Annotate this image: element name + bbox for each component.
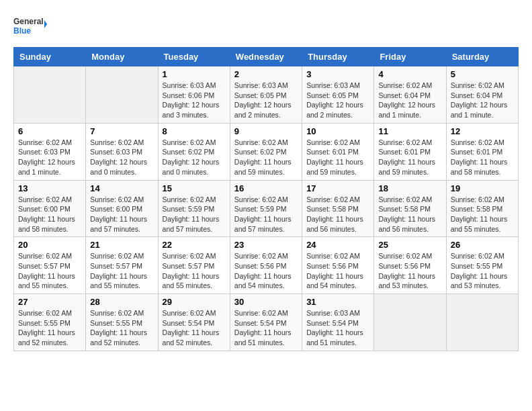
day-info: Sunrise: 6:02 AMSunset: 5:58 PMDaylight:… xyxy=(451,195,514,234)
logo: General Blue xyxy=(13,13,47,40)
day-number: 29 xyxy=(163,297,226,307)
day-cell-6: 6Sunrise: 6:02 AMSunset: 6:03 PMDaylight… xyxy=(14,123,86,180)
day-cell-21: 21Sunrise: 6:02 AMSunset: 5:57 PMDayligh… xyxy=(86,237,158,294)
day-cell-30: 30Sunrise: 6:02 AMSunset: 5:54 PMDayligh… xyxy=(230,294,302,351)
day-number: 11 xyxy=(378,126,441,136)
day-cell-4: 4Sunrise: 6:02 AMSunset: 6:04 PMDaylight… xyxy=(374,66,446,124)
day-cell-17: 17Sunrise: 6:02 AMSunset: 5:58 PMDayligh… xyxy=(302,180,374,237)
day-cell-5: 5Sunrise: 6:02 AMSunset: 6:04 PMDaylight… xyxy=(446,66,518,124)
day-number: 15 xyxy=(163,183,226,193)
day-number: 6 xyxy=(18,126,81,136)
day-number: 16 xyxy=(234,183,298,193)
day-info: Sunrise: 6:02 AMSunset: 5:54 PMDaylight:… xyxy=(234,308,298,348)
day-number: 21 xyxy=(90,240,153,250)
day-cell-10: 10Sunrise: 6:02 AMSunset: 6:01 PMDayligh… xyxy=(302,123,374,180)
day-info: Sunrise: 6:03 AMSunset: 6:06 PMDaylight:… xyxy=(163,81,226,120)
day-number: 14 xyxy=(90,183,153,193)
day-cell-28: 28Sunrise: 6:02 AMSunset: 5:55 PMDayligh… xyxy=(86,294,158,351)
day-cell-27: 27Sunrise: 6:02 AMSunset: 5:55 PMDayligh… xyxy=(14,294,86,351)
week-row-2: 6Sunrise: 6:02 AMSunset: 6:03 PMDaylight… xyxy=(14,123,519,180)
day-number: 4 xyxy=(378,69,441,79)
day-info: Sunrise: 6:02 AMSunset: 5:58 PMDaylight:… xyxy=(378,195,441,234)
day-info: Sunrise: 6:02 AMSunset: 5:54 PMDaylight:… xyxy=(163,308,226,348)
day-number: 9 xyxy=(234,126,298,136)
empty-cell xyxy=(14,66,86,124)
day-number: 31 xyxy=(306,297,369,307)
day-number: 17 xyxy=(306,183,369,193)
day-number: 2 xyxy=(234,69,298,79)
day-info: Sunrise: 6:02 AMSunset: 6:00 PMDaylight:… xyxy=(18,195,81,234)
week-row-3: 13Sunrise: 6:02 AMSunset: 6:00 PMDayligh… xyxy=(14,180,519,237)
day-number: 8 xyxy=(163,126,226,136)
day-info: Sunrise: 6:03 AMSunset: 6:05 PMDaylight:… xyxy=(234,81,298,120)
day-cell-13: 13Sunrise: 6:02 AMSunset: 6:00 PMDayligh… xyxy=(14,180,86,237)
day-cell-3: 3Sunrise: 6:03 AMSunset: 6:05 PMDaylight… xyxy=(302,66,374,124)
day-number: 27 xyxy=(18,297,81,307)
day-cell-22: 22Sunrise: 6:02 AMSunset: 5:57 PMDayligh… xyxy=(158,237,230,294)
weekday-header-row: SundayMondayTuesdayWednesdayThursdayFrid… xyxy=(14,48,519,66)
svg-text:General: General xyxy=(13,17,44,26)
day-cell-15: 15Sunrise: 6:02 AMSunset: 5:59 PMDayligh… xyxy=(158,180,230,237)
logo-svg: General Blue xyxy=(13,13,47,40)
day-cell-14: 14Sunrise: 6:02 AMSunset: 6:00 PMDayligh… xyxy=(86,180,158,237)
day-number: 22 xyxy=(163,240,226,250)
empty-cell xyxy=(374,294,446,351)
day-cell-7: 7Sunrise: 6:02 AMSunset: 6:03 PMDaylight… xyxy=(86,123,158,180)
day-cell-24: 24Sunrise: 6:02 AMSunset: 5:56 PMDayligh… xyxy=(302,237,374,294)
day-cell-31: 31Sunrise: 6:03 AMSunset: 5:54 PMDayligh… xyxy=(302,294,374,351)
day-info: Sunrise: 6:02 AMSunset: 5:55 PMDaylight:… xyxy=(18,308,81,348)
day-info: Sunrise: 6:02 AMSunset: 5:59 PMDaylight:… xyxy=(234,195,298,234)
empty-cell xyxy=(446,294,518,351)
day-number: 10 xyxy=(306,126,369,136)
day-info: Sunrise: 6:02 AMSunset: 6:04 PMDaylight:… xyxy=(378,81,441,120)
weekday-header-friday: Friday xyxy=(374,48,446,66)
day-info: Sunrise: 6:02 AMSunset: 5:55 PMDaylight:… xyxy=(451,251,514,291)
weekday-header-saturday: Saturday xyxy=(446,48,518,66)
day-cell-9: 9Sunrise: 6:02 AMSunset: 6:02 PMDaylight… xyxy=(230,123,302,180)
weekday-header-sunday: Sunday xyxy=(14,48,86,66)
day-info: Sunrise: 6:02 AMSunset: 5:56 PMDaylight:… xyxy=(234,251,298,291)
day-number: 24 xyxy=(306,240,369,250)
day-number: 13 xyxy=(18,183,81,193)
day-info: Sunrise: 6:02 AMSunset: 6:01 PMDaylight:… xyxy=(451,138,514,177)
day-info: Sunrise: 6:02 AMSunset: 6:04 PMDaylight:… xyxy=(451,81,514,120)
svg-marker-2 xyxy=(44,20,47,28)
day-info: Sunrise: 6:02 AMSunset: 5:59 PMDaylight:… xyxy=(163,195,226,234)
day-cell-29: 29Sunrise: 6:02 AMSunset: 5:54 PMDayligh… xyxy=(158,294,230,351)
day-cell-20: 20Sunrise: 6:02 AMSunset: 5:57 PMDayligh… xyxy=(14,237,86,294)
day-cell-16: 16Sunrise: 6:02 AMSunset: 5:59 PMDayligh… xyxy=(230,180,302,237)
day-number: 18 xyxy=(378,183,441,193)
weekday-header-wednesday: Wednesday xyxy=(230,48,302,66)
day-info: Sunrise: 6:02 AMSunset: 5:58 PMDaylight:… xyxy=(306,195,369,234)
day-info: Sunrise: 6:02 AMSunset: 5:55 PMDaylight:… xyxy=(90,308,153,348)
day-info: Sunrise: 6:02 AMSunset: 5:57 PMDaylight:… xyxy=(18,251,81,291)
day-info: Sunrise: 6:02 AMSunset: 5:56 PMDaylight:… xyxy=(378,251,441,291)
calendar-table: SundayMondayTuesdayWednesdayThursdayFrid… xyxy=(13,47,519,351)
day-number: 28 xyxy=(90,297,153,307)
day-cell-11: 11Sunrise: 6:02 AMSunset: 6:01 PMDayligh… xyxy=(374,123,446,180)
svg-text:Blue: Blue xyxy=(13,26,31,36)
day-number: 23 xyxy=(234,240,298,250)
day-info: Sunrise: 6:02 AMSunset: 6:00 PMDaylight:… xyxy=(90,195,153,234)
day-cell-1: 1Sunrise: 6:03 AMSunset: 6:06 PMDaylight… xyxy=(158,66,230,124)
day-number: 7 xyxy=(90,126,153,136)
week-row-4: 20Sunrise: 6:02 AMSunset: 5:57 PMDayligh… xyxy=(14,237,519,294)
day-info: Sunrise: 6:02 AMSunset: 5:57 PMDaylight:… xyxy=(90,251,153,291)
weekday-header-tuesday: Tuesday xyxy=(158,48,230,66)
day-cell-26: 26Sunrise: 6:02 AMSunset: 5:55 PMDayligh… xyxy=(446,237,518,294)
day-cell-8: 8Sunrise: 6:02 AMSunset: 6:02 PMDaylight… xyxy=(158,123,230,180)
day-number: 26 xyxy=(451,240,514,250)
day-info: Sunrise: 6:02 AMSunset: 6:02 PMDaylight:… xyxy=(163,138,226,177)
header: General Blue xyxy=(13,13,519,40)
day-number: 12 xyxy=(451,126,514,136)
day-number: 1 xyxy=(163,69,226,79)
day-info: Sunrise: 6:03 AMSunset: 5:54 PMDaylight:… xyxy=(306,308,369,348)
day-number: 5 xyxy=(451,69,514,79)
day-info: Sunrise: 6:02 AMSunset: 5:56 PMDaylight:… xyxy=(306,251,369,291)
weekday-header-thursday: Thursday xyxy=(302,48,374,66)
day-number: 19 xyxy=(451,183,514,193)
day-info: Sunrise: 6:02 AMSunset: 6:01 PMDaylight:… xyxy=(378,138,441,177)
week-row-5: 27Sunrise: 6:02 AMSunset: 5:55 PMDayligh… xyxy=(14,294,519,351)
day-number: 3 xyxy=(306,69,369,79)
day-info: Sunrise: 6:02 AMSunset: 6:02 PMDaylight:… xyxy=(234,138,298,177)
